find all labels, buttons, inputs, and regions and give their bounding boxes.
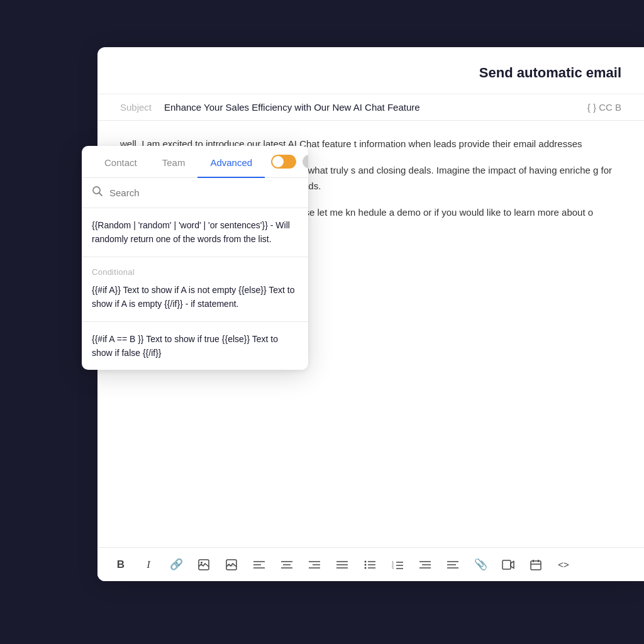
page-title: Send automatic email <box>479 65 621 81</box>
toggle-area <box>265 146 308 177</box>
toolbar-calendar[interactable] <box>528 557 544 573</box>
subject-label: Subject <box>120 102 158 113</box>
search-input[interactable] <box>109 187 298 198</box>
toolbar-align-left[interactable] <box>251 557 267 573</box>
svg-rect-33 <box>502 560 511 569</box>
tab-contact[interactable]: Contact <box>92 146 150 178</box>
svg-point-19 <box>365 567 367 569</box>
variable-conditional-section: Conditional {{#if A}} Text to show if A … <box>82 257 308 322</box>
svg-text:3.: 3. <box>392 567 394 569</box>
toolbar-bold[interactable]: B <box>113 557 129 573</box>
svg-point-15 <box>365 560 367 562</box>
tab-team[interactable]: Team <box>150 146 198 178</box>
toolbar-align-right[interactable] <box>306 557 323 573</box>
svg-point-17 <box>365 564 367 565</box>
toolbar-image[interactable] <box>196 557 212 573</box>
toolbar-list-bullet[interactable] <box>362 557 378 573</box>
dropdown-content: {{Random | 'random' | 'word' | 'or sente… <box>82 208 308 370</box>
subject-icons[interactable]: { } CC B <box>587 102 621 113</box>
subject-value: Enhance Your Sales Efficiency with Our N… <box>164 102 581 113</box>
toolbar-video[interactable] <box>500 557 516 573</box>
toggle-on[interactable] <box>271 155 296 169</box>
toolbar-indent[interactable] <box>417 557 433 573</box>
toggle-off[interactable] <box>303 155 308 169</box>
toolbar-list-numbered[interactable]: 1.2.3. <box>389 557 406 573</box>
toolbar-bar: B I 🔗 1.2.3. 📎 <box>97 547 644 581</box>
search-box <box>82 178 308 208</box>
section-label-conditional: Conditional <box>92 267 298 277</box>
dropdown-panel: Contact Team Advanced {{Random | 'random… <box>82 146 308 370</box>
subject-bar: Subject Enhance Your Sales Efficiency wi… <box>97 94 644 121</box>
toolbar-attachment[interactable]: 📎 <box>472 557 489 573</box>
toolbar-link[interactable]: 🔗 <box>168 557 184 573</box>
variable-if-eq-section: {{#if A == B }} Text to show if true {{e… <box>82 322 308 370</box>
toolbar-image2[interactable] <box>223 557 240 573</box>
toolbar-outdent[interactable] <box>445 557 461 573</box>
variable-random-code[interactable]: {{Random | 'random' | 'word' | 'or sente… <box>92 218 298 247</box>
tab-advanced[interactable]: Advanced <box>197 146 265 178</box>
toolbar-align-center[interactable] <box>279 557 295 573</box>
variable-if-eq-code[interactable]: {{#if A == B }} Text to show if true {{e… <box>92 332 298 360</box>
toolbar-italic[interactable]: I <box>140 557 157 573</box>
svg-line-39 <box>99 193 103 196</box>
svg-point-1 <box>201 562 203 564</box>
search-icon <box>92 186 103 200</box>
toolbar-justify[interactable] <box>334 557 350 573</box>
variable-if-code[interactable]: {{#if A}} Text to show if A is not empty… <box>92 283 298 311</box>
toolbar-code[interactable]: <> <box>555 557 572 573</box>
dropdown-tabs: Contact Team Advanced <box>82 146 308 178</box>
variable-random-section: {{Random | 'random' | 'word' | 'or sente… <box>82 208 308 257</box>
svg-rect-34 <box>531 561 541 570</box>
panel-header: Send automatic email <box>97 47 644 94</box>
